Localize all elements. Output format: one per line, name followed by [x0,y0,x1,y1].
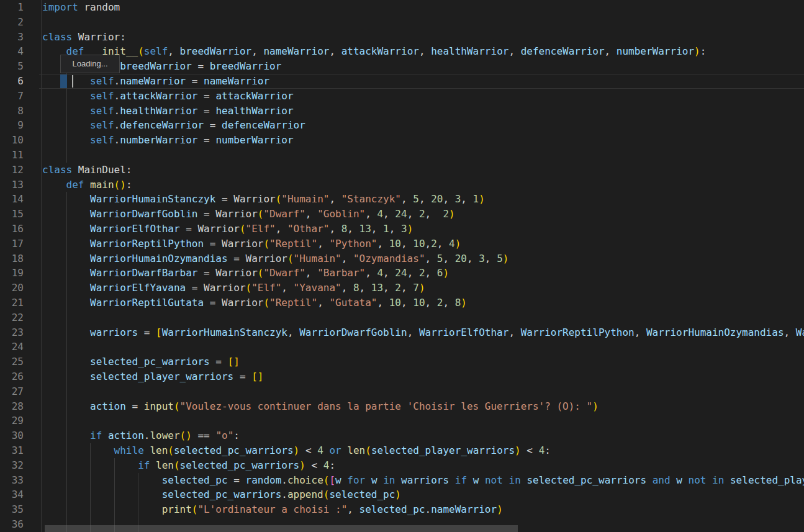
token-pl [503,474,509,486]
code-line[interactable]: action = input("Voulez-vous continuer da… [39,399,804,414]
code-line[interactable]: selected_pc_warriors = [] [39,354,804,369]
token-pl [42,105,90,117]
line-number[interactable]: 19 [0,266,24,281]
token-pl [724,474,730,486]
token-fn: choice [287,474,323,486]
line-number[interactable]: 20 [0,281,24,295]
token-pl: MainDuel: [72,164,132,176]
line-number[interactable]: 34 [0,487,24,502]
token-vr: healthWarrior [215,105,293,117]
code-line[interactable] [39,15,804,30]
code-line[interactable]: WarriorHumainStanczyk = Warrior("Humain"… [39,192,804,207]
code-line[interactable] [39,384,804,399]
line-number[interactable]: 30 [0,428,24,443]
code-line[interactable]: print("L'ordinateur a choisi :", selecte… [39,502,804,517]
code-line[interactable] [39,413,804,428]
line-number[interactable]: 3 [0,30,24,45]
code-line[interactable]: def __init__(self, breedWarrior, nameWar… [39,44,804,59]
line-number[interactable]: 15 [0,207,24,222]
line-number[interactable]: 25 [0,354,24,369]
code-line[interactable]: def main(): [39,178,804,192]
code-line[interactable]: WarriorElfOthar = Warrior("Elf", "Othar"… [39,222,804,237]
token-pl: == [192,430,216,441]
token-pl: . [281,474,287,486]
line-number[interactable]: 36 [0,517,24,532]
token-st: "Stanczyk" [341,193,401,205]
line-number[interactable]: 24 [0,340,24,354]
line-number[interactable]: 14 [0,192,24,207]
code-line[interactable] [39,148,804,163]
line-number[interactable]: 23 [0,325,24,340]
code-line[interactable] [39,310,804,325]
code-line[interactable]: while len(selected_pc_warriors) < 4 or l… [39,443,804,458]
token-nm: 6 [437,267,443,279]
code-line[interactable]: class Warrior: [39,30,804,45]
code-line[interactable] [39,340,804,354]
line-number[interactable]: 26 [0,369,24,384]
code-line[interactable]: self.breedWarrior = breedWarrior [39,59,804,74]
line-number[interactable]: 8 [0,104,24,119]
line-number[interactable]: 32 [0,458,24,473]
token-vr: selected_pc_warriors [90,356,210,367]
token-kw: while [114,444,144,456]
code-line[interactable]: warriors = [WarriorHumainStanczyk, Warri… [39,325,804,340]
line-number[interactable]: 18 [0,251,24,266]
code-line[interactable]: WarriorHumainOzymandias = Warrior("Humai… [39,251,804,266]
token-pl: , [251,45,263,57]
line-number[interactable]: 33 [0,473,24,488]
code-area[interactable]: import randomclass Warrior: def __init__… [39,0,804,532]
code-line[interactable]: self.nameWarrior = nameWarrior [39,74,804,89]
code-line[interactable]: WarriorReptilPython = Warrior("Reptil", … [39,237,804,251]
line-number[interactable]: 6 [0,74,24,89]
token-pl: . [144,430,150,441]
code-line[interactable]: WarriorDwarfGoblin = Warrior("Dwarf", "G… [39,207,804,222]
code-line[interactable]: selected_player_warriors = [] [39,369,804,384]
token-pl: , [389,223,401,235]
token-pl: , [317,297,329,309]
token-nm: 13 [371,282,383,294]
code-line[interactable]: if len(selected_pc_warriors) < 4: [39,458,804,473]
line-number[interactable]: 22 [0,310,24,325]
token-pl [341,444,348,456]
line-number[interactable]: 7 [0,89,24,104]
code-line[interactable]: WarriorDwarfBarbar = Warrior("Dwarf", "B… [39,266,804,281]
code-editor[interactable]: 1234567891011121314151617181920212223242… [0,0,804,532]
line-number[interactable]: 10 [0,133,24,148]
token-vr: attackWarrior [120,90,197,102]
line-number[interactable]: 28 [0,399,24,414]
code-line[interactable]: WarriorElfYavana = Warrior("Elf", "Yavan… [39,281,804,295]
code-line[interactable]: self.attackWarrior = attackWarrior [39,89,804,104]
line-number[interactable]: 1 [0,0,24,15]
line-number[interactable]: 9 [0,118,24,133]
code-line[interactable]: self.defenceWarrior = defenceWarrior [39,118,804,133]
line-number[interactable]: 12 [0,163,24,178]
line-number[interactable]: 35 [0,502,24,517]
line-number[interactable]: 21 [0,295,24,310]
line-number[interactable]: 29 [0,413,24,428]
line-number[interactable]: 17 [0,237,24,251]
line-number[interactable]: 31 [0,443,24,458]
line-number[interactable]: 4 [0,44,24,59]
line-number[interactable]: 2 [0,15,24,30]
token-vr: selected_player_warriors [371,444,515,456]
code-line[interactable]: class MainDuel: [39,163,804,178]
code-line[interactable]: WarriorReptilGutata = Warrior("Reptil", … [39,295,804,310]
token-vr: numberWarrior [215,134,293,146]
token-vr: WarriorReptilGutata [90,297,204,309]
code-line[interactable]: selected_pc = random.choice([w for w in … [39,473,804,488]
code-line[interactable]: selected_pc_warriors.append(selected_pc) [39,487,804,502]
line-number[interactable]: 11 [0,148,24,163]
code-line[interactable]: self.numberWarrior = numberWarrior [39,133,804,148]
token-pl: = [233,371,251,382]
token-nm: 8 [341,223,348,235]
code-line[interactable]: import random [39,0,804,15]
code-line[interactable]: if action.lower() == "o": [39,428,804,443]
token-pl: , [401,193,413,205]
horizontal-scrollbar-thumb[interactable] [45,525,518,532]
code-line[interactable]: self.healthWarrior = healthWarrior [39,104,804,119]
token-pl: , [383,208,395,220]
line-number[interactable]: 27 [0,384,24,399]
line-number[interactable]: 13 [0,178,24,192]
line-number[interactable]: 5 [0,59,24,74]
line-number[interactable]: 16 [0,222,24,237]
